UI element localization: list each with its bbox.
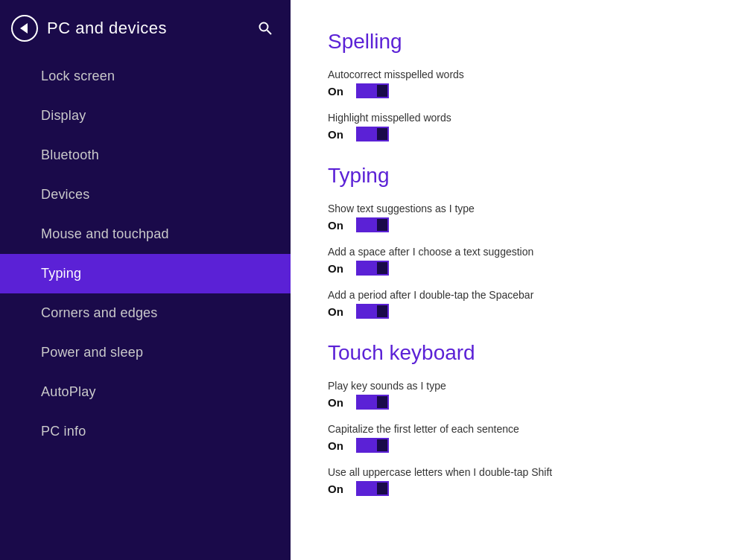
setting-row-space-after: On	[328, 261, 708, 276]
typing-settings: Show text suggestions as I type On Add a…	[328, 203, 708, 319]
toggle-period-double-tap[interactable]	[356, 304, 389, 319]
setting-value-uppercase-shift: On	[328, 483, 346, 495]
setting-label-uppercase-shift: Use all uppercase letters when I double-…	[328, 466, 708, 478]
search-icon-button[interactable]	[255, 18, 276, 39]
setting-value-autocorrect: On	[328, 85, 346, 98]
toggle-capitalize-first[interactable]	[356, 438, 389, 453]
spelling-section-title: Spelling	[328, 30, 708, 54]
toggle-highlight[interactable]	[356, 127, 389, 141]
sidebar-item-bluetooth[interactable]: Bluetooth	[0, 136, 291, 175]
toggle-autocorrect[interactable]	[356, 83, 389, 98]
sidebar-item-lock-screen[interactable]: Lock screen	[0, 57, 291, 96]
toggle-uppercase-shift[interactable]	[356, 481, 389, 496]
setting-value-space-after: On	[328, 262, 346, 275]
setting-text-suggestions: Show text suggestions as I type On	[328, 203, 708, 232]
setting-label-play-key-sounds: Play key sounds as I type	[328, 380, 708, 392]
setting-row-period-double-tap: On	[328, 304, 708, 319]
setting-label-capitalize-first: Capitalize the first letter of each sent…	[328, 423, 708, 435]
toggle-text-suggestions[interactable]	[356, 217, 389, 232]
setting-label-highlight: Highlight misspelled words	[328, 112, 708, 124]
typing-section-title: Typing	[328, 164, 708, 188]
touch-keyboard-settings: Play key sounds as I type On Capitalize …	[328, 380, 708, 496]
nav-list: Lock screenDisplayBluetoothDevicesMouse …	[0, 57, 291, 451]
setting-label-period-double-tap: Add a period after I double-tap the Spac…	[328, 289, 708, 301]
setting-value-capitalize-first: On	[328, 439, 346, 452]
sidebar-item-power-sleep[interactable]: Power and sleep	[0, 333, 291, 372]
setting-space-after: Add a space after I choose a text sugges…	[328, 246, 708, 276]
setting-value-text-suggestions: On	[328, 219, 346, 232]
spelling-settings: Autocorrect misspelled words On Highligh…	[328, 69, 708, 141]
sidebar-item-devices[interactable]: Devices	[0, 175, 291, 214]
sidebar-item-corners-edges[interactable]: Corners and edges	[0, 293, 291, 333]
back-icon	[20, 23, 28, 34]
setting-row-highlight: On	[328, 127, 708, 141]
svg-point-0	[260, 23, 268, 31]
setting-label-space-after: Add a space after I choose a text sugges…	[328, 246, 708, 258]
setting-row-text-suggestions: On	[328, 217, 708, 232]
back-button[interactable]	[11, 15, 38, 42]
setting-row-play-key-sounds: On	[328, 395, 708, 410]
toggle-play-key-sounds[interactable]	[356, 395, 389, 410]
setting-row-autocorrect: On	[328, 83, 708, 98]
setting-label-autocorrect: Autocorrect misspelled words	[328, 69, 708, 80]
setting-autocorrect: Autocorrect misspelled words On	[328, 69, 708, 98]
setting-value-highlight: On	[328, 128, 346, 141]
setting-row-capitalize-first: On	[328, 438, 708, 453]
sidebar-item-typing[interactable]: Typing	[0, 254, 291, 293]
touch-keyboard-section-title: Touch keyboard	[328, 341, 708, 365]
setting-period-double-tap: Add a period after I double-tap the Spac…	[328, 289, 708, 319]
sidebar-header: PC and devices	[0, 0, 291, 57]
setting-value-period-double-tap: On	[328, 305, 346, 318]
sidebar-item-display[interactable]: Display	[0, 96, 291, 136]
setting-value-play-key-sounds: On	[328, 396, 346, 409]
setting-row-uppercase-shift: On	[328, 481, 708, 496]
setting-label-text-suggestions: Show text suggestions as I type	[328, 203, 708, 214]
setting-play-key-sounds: Play key sounds as I type On	[328, 380, 708, 410]
sidebar-item-autoplay[interactable]: AutoPlay	[0, 372, 291, 412]
sidebar-item-mouse-touchpad[interactable]: Mouse and touchpad	[0, 214, 291, 254]
search-icon	[258, 21, 273, 36]
svg-line-1	[267, 31, 272, 35]
sidebar-title: PC and devices	[47, 19, 246, 38]
setting-uppercase-shift: Use all uppercase letters when I double-…	[328, 466, 708, 496]
sidebar: PC and devices Lock screenDisplayBluetoo…	[0, 0, 291, 560]
setting-capitalize-first: Capitalize the first letter of each sent…	[328, 423, 708, 453]
setting-highlight: Highlight misspelled words On	[328, 112, 708, 141]
sidebar-item-pc-info[interactable]: PC info	[0, 412, 291, 451]
toggle-space-after[interactable]	[356, 261, 389, 276]
main-content: Spelling Autocorrect misspelled words On…	[291, 0, 745, 560]
